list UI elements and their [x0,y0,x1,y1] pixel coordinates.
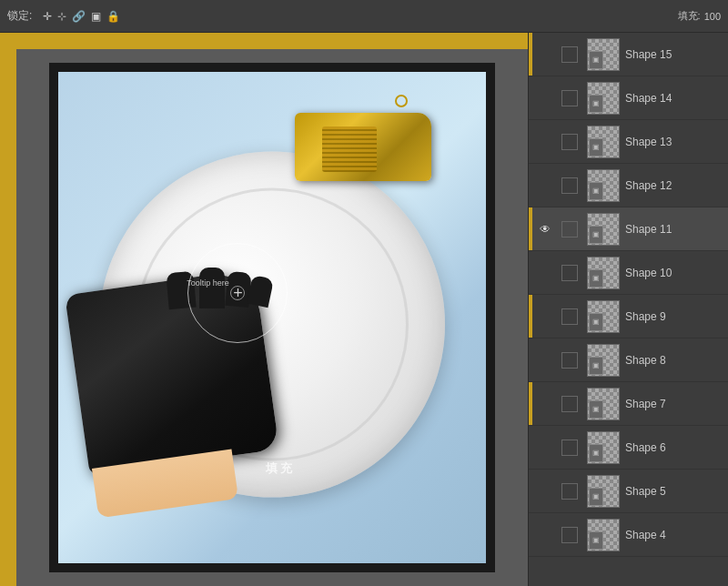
layer-item-12[interactable]: ▣Shape 12 [529,164,728,207]
target-circle: + [187,243,288,343]
layer-checkbox-13[interactable] [561,134,578,150]
layer-thumbnail-6: ▣ [587,431,620,464]
layer-thumbnail-10: ▣ [587,257,620,289]
layer-checkbox-9[interactable] [561,308,578,325]
layer-checkbox-10[interactable] [561,265,578,281]
layer-accent-4 [529,513,532,556]
layer-item-10[interactable]: ▣Shape 10 [529,251,728,295]
layer-item-13[interactable]: ▣Shape 13 [529,120,728,164]
link-icon[interactable]: 🔗 [72,10,86,23]
lock-icons: ✛ ⊹ 🔗 ▣ 🔒 [43,10,120,23]
layer-visibility-11[interactable]: 👁 [532,223,558,236]
layer-item-15[interactable]: ▣Shape 15 [529,33,728,76]
layer-accent-15 [529,33,532,76]
layer-accent-14 [529,76,532,119]
top-toolbar: 锁定: ✛ ⊹ 🔗 ▣ 🔒 填充: 100 [0,0,728,33]
layer-name-9: Shape 9 [625,310,728,323]
canvas-image: + Tooltip here 填充 [58,72,486,563]
layer-checkbox-4[interactable] [561,527,578,543]
layer-checkbox-6[interactable] [561,440,578,456]
layer-thumbnail-9: ▣ [587,300,620,333]
layer-checkbox-14[interactable] [561,90,578,106]
layer-item-7[interactable]: ▣Shape 7 [529,382,728,426]
layer-item-8[interactable]: ▣Shape 8 [529,338,728,382]
canvas-area: + Tooltip here 填充 [0,33,528,586]
layer-item-4[interactable]: ▣Shape 4 [529,513,728,557]
layer-name-13: Shape 13 [625,136,728,148]
layer-checkbox-15[interactable] [561,46,578,63]
layer-item-11[interactable]: 👁▣Shape 11 [529,207,728,251]
tattoo-machine-area [295,95,459,195]
layer-checkbox-7[interactable] [561,396,578,412]
layer-name-12: Shape 12 [625,179,728,192]
layer-name-14: Shape 14 [625,92,728,105]
layer-thumbnail-11: ▣ [587,213,620,246]
layer-accent-13 [529,120,532,163]
layer-accent-10 [529,251,532,294]
layer-checkbox-11[interactable] [561,221,578,237]
layer-item-9[interactable]: ▣Shape 9 [529,295,728,338]
layer-name-5: Shape 5 [625,485,728,498]
layer-accent-8 [529,338,532,381]
layer-name-15: Shape 15 [625,48,728,61]
layer-accent-5 [529,470,532,512]
layer-thumbnail-12: ▣ [587,169,620,202]
layer-accent-6 [529,426,532,469]
fill-value: 100 [704,11,721,22]
eye-icon-11[interactable]: 👁 [540,223,551,236]
layer-thumbnail-14: ▣ [587,82,620,115]
layer-name-11: Shape 11 [625,223,728,236]
layer-thumbnail-13: ▣ [587,126,620,158]
layer-thumbnail-8: ▣ [587,344,620,377]
move-icon[interactable]: ✛ [43,10,52,23]
main-area: + Tooltip here 填充 ▣Shape 15▣Shape 14▣Sha… [0,33,728,586]
layer-checkbox-12[interactable] [561,177,578,194]
layer-item-14[interactable]: ▣Shape 14 [529,76,728,120]
ruler-left [0,33,16,586]
layer-name-7: Shape 7 [625,398,728,410]
layer-checkbox-8[interactable] [561,352,578,369]
layer-thumbnail-4: ▣ [587,519,620,551]
layer-name-4: Shape 4 [625,529,728,541]
layer-name-10: Shape 10 [625,267,728,279]
layer-thumbnail-5: ▣ [587,475,620,508]
layer-thumbnail-7: ▣ [587,388,620,420]
layer-name-6: Shape 6 [625,441,728,454]
fill-overlay-text: 填充 [266,460,295,477]
layer-item-6[interactable]: ▣Shape 6 [529,426,728,470]
layer-item-5[interactable]: ▣Shape 5 [529,470,728,513]
layer-accent-7 [529,382,532,425]
mask-icon[interactable]: ▣ [91,10,101,23]
select-icon[interactable]: ⊹ [57,10,66,23]
layer-accent-11 [529,207,532,250]
layers-panel: ▣Shape 15▣Shape 14▣Shape 13▣Shape 12👁▣Sh… [528,33,728,586]
layer-thumbnail-15: ▣ [587,38,620,71]
lock-icon[interactable]: 🔒 [106,10,120,23]
fill-label: 填充: [678,9,701,23]
layer-accent-9 [529,295,532,338]
layer-name-8: Shape 8 [625,354,728,367]
ruler-top [16,33,528,49]
canvas-tooltip-label: Tooltip here [187,278,229,288]
layer-accent-12 [529,164,532,207]
canvas-frame: + Tooltip here 填充 [49,63,495,572]
layer-checkbox-5[interactable] [561,483,578,500]
lock-label: 锁定: [7,8,32,24]
